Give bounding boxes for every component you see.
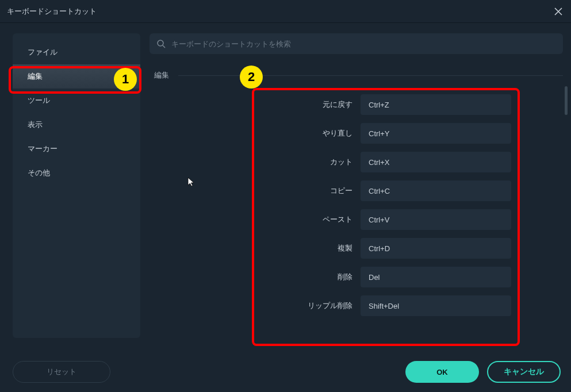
window-title: キーボードショートカット <box>7 6 97 17</box>
shortcut-field[interactable]: Ctrl+Y <box>361 123 511 144</box>
reset-button[interactable]: リセット <box>13 361 110 383</box>
category-sidebar: ファイル 編集 ツール 表示 マーカー その他 <box>13 33 140 338</box>
shortcut-label: 複製 <box>338 243 352 253</box>
footer: リセット OK キャンセル <box>13 361 561 383</box>
sidebar-item-label: 表示 <box>28 120 43 130</box>
sidebar-item-label: 編集 <box>28 71 43 82</box>
sidebar-item-file[interactable]: ファイル <box>13 40 140 64</box>
footer-actions: OK キャンセル <box>405 361 561 383</box>
shortcut-field[interactable]: Ctrl+C <box>361 180 511 201</box>
sidebar-item-tools[interactable]: ツール <box>13 89 140 113</box>
shortcut-row: 削除 Del <box>265 267 511 287</box>
shortcut-label: ペースト <box>323 214 352 225</box>
shortcut-label: カット <box>330 157 352 167</box>
shortcut-row: 複製 Ctrl+D <box>265 238 511 259</box>
sidebar-item-label: ファイル <box>28 47 58 57</box>
shortcut-field[interactable]: Ctrl+V <box>361 209 511 230</box>
cancel-button[interactable]: キャンセル <box>487 361 561 383</box>
close-button[interactable] <box>553 6 564 17</box>
shortcut-row: カット Ctrl+X <box>265 152 511 172</box>
shortcut-label: コピー <box>330 186 352 196</box>
shortcut-row: やり直し Ctrl+Y <box>265 123 511 144</box>
shortcut-row: コピー Ctrl+C <box>265 180 511 201</box>
shortcut-label: リップル削除 <box>308 301 352 311</box>
shortcut-field[interactable]: Del <box>361 267 511 287</box>
divider <box>178 75 563 76</box>
sidebar-item-view[interactable]: 表示 <box>13 113 140 137</box>
search-input[interactable] <box>171 40 556 48</box>
scrollbar[interactable] <box>565 86 568 115</box>
sidebar-item-marker[interactable]: マーカー <box>13 137 140 161</box>
shortcut-row: ペースト Ctrl+V <box>265 209 511 230</box>
shortcut-label: 削除 <box>338 272 352 282</box>
sidebar-item-label: その他 <box>28 168 50 178</box>
shortcut-label: 元に戻す <box>323 99 352 110</box>
shortcut-field[interactable]: Ctrl+X <box>361 152 511 172</box>
shortcut-row: リップル削除 Shift+Del <box>265 295 511 316</box>
sidebar-item-other[interactable]: その他 <box>13 161 140 185</box>
sidebar-item-label: ツール <box>28 95 50 106</box>
search-box[interactable] <box>150 33 563 54</box>
close-icon <box>554 7 562 16</box>
content-area: ファイル 編集 ツール 表示 マーカー その他 編集 元に戻す Ctrl+Z や… <box>0 23 571 362</box>
svg-point-0 <box>158 40 163 46</box>
section-heading: 編集 <box>154 70 169 80</box>
shortcut-label: やり直し <box>323 128 352 139</box>
shortcut-field[interactable]: Ctrl+Z <box>361 94 511 115</box>
shortcut-field[interactable]: Ctrl+D <box>361 238 511 259</box>
main-panel: 編集 元に戻す Ctrl+Z やり直し Ctrl+Y カット Ctrl+X コピ… <box>150 33 563 362</box>
search-icon <box>156 39 166 48</box>
sidebar-item-label: マーカー <box>28 144 58 154</box>
titlebar: キーボードショートカット <box>0 0 571 23</box>
section-header: 編集 <box>150 70 563 80</box>
sidebar-item-edit[interactable]: 編集 <box>13 64 140 89</box>
shortcuts-list: 元に戻す Ctrl+Z やり直し Ctrl+Y カット Ctrl+X コピー C… <box>150 94 563 316</box>
ok-button[interactable]: OK <box>405 361 479 383</box>
shortcut-row: 元に戻す Ctrl+Z <box>265 94 511 115</box>
shortcut-field[interactable]: Shift+Del <box>361 295 511 316</box>
